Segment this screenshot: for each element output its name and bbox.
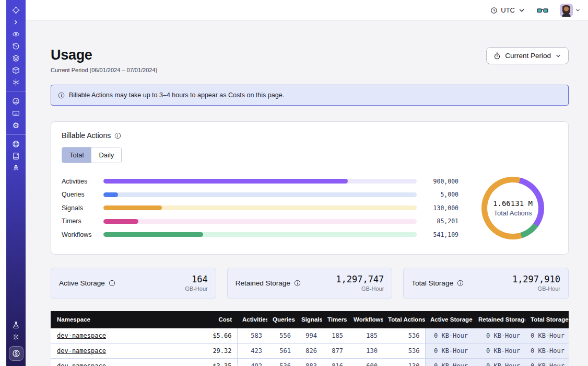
bar-label: Timers: [62, 218, 103, 225]
topbar: UTC: [26, 0, 588, 21]
active-storage-unit: GB-Hour: [185, 285, 207, 292]
temporal-logo-icon[interactable]: [6, 4, 26, 16]
storage-summary-row: Active Storage 164 GB-Hour Retained Stor…: [51, 268, 569, 299]
tab-daily[interactable]: Daily: [91, 147, 121, 163]
sidebar: ⚙: [6, 0, 26, 366]
labs-flask-icon[interactable]: [6, 319, 26, 331]
cell-queries: 556: [267, 328, 296, 344]
info-icon[interactable]: [457, 280, 464, 287]
namespaces-eye-icon[interactable]: [6, 28, 26, 40]
billable-chart: Activities 900,000 Queries 5,000 Signals…: [62, 175, 558, 242]
cube-icon[interactable]: [6, 64, 26, 76]
bar-label: Signals: [62, 204, 103, 212]
docs-book-icon[interactable]: [6, 150, 26, 162]
cell-queries: 536: [267, 359, 296, 366]
account-menu[interactable]: [560, 4, 581, 17]
usage-gauge-icon[interactable]: [6, 95, 26, 107]
cell-total-storage: 0 KB-Hour: [525, 359, 569, 366]
timezone-label: UTC: [501, 6, 515, 14]
cell-activities: 583: [237, 328, 267, 344]
glasses-icon[interactable]: [537, 6, 548, 15]
cell-total-storage: 0 KB-Hour: [525, 328, 569, 344]
retained-storage-value: 1,297,747: [336, 274, 384, 284]
chart-row: Signals 130,000: [62, 201, 458, 215]
col-cost: Cost: [182, 311, 237, 328]
layers-icon[interactable]: [6, 52, 26, 64]
settings-gear-icon[interactable]: ⚙: [6, 119, 26, 131]
bar-signals: [103, 205, 162, 210]
support-lifebuoy-icon[interactable]: [6, 138, 26, 150]
cell-timers: 877: [322, 344, 348, 359]
info-icon[interactable]: [294, 280, 301, 287]
bar-queries: [103, 192, 118, 197]
chart-row: Workflows 541,109: [62, 228, 458, 242]
cell-cost: 29.32: [182, 344, 237, 359]
billing-card-icon[interactable]: [6, 107, 26, 119]
cell-total-actions: 536: [383, 328, 425, 344]
cell-signals: 883: [296, 359, 322, 366]
bar-label: Workflows: [62, 231, 103, 238]
active-storage-value: 164: [185, 274, 207, 284]
cell-queries: 561: [267, 344, 296, 359]
cell-timers: 185: [322, 328, 348, 344]
clock-icon: [490, 7, 498, 14]
cell-total-actions: 130: [383, 359, 425, 366]
retained-storage-label: Retained Storage: [236, 279, 290, 287]
info-icon: [58, 92, 65, 99]
bar-track: [103, 179, 417, 184]
bar-track: [103, 192, 417, 197]
bar-track: [103, 232, 417, 237]
rocket-icon[interactable]: [6, 162, 26, 174]
tab-total[interactable]: Total: [62, 147, 91, 163]
namespace-link[interactable]: dev-namespace: [57, 362, 106, 366]
avatar: [560, 4, 573, 17]
theme-sun-icon[interactable]: [6, 331, 26, 343]
col-workflows: Workflows: [348, 311, 383, 328]
col-queries: Queries: [267, 311, 296, 328]
cell-total-storage: 0 KB-Hour: [525, 344, 569, 359]
cell-cost: $3.35: [182, 359, 237, 366]
cell-cost: $5.66: [182, 328, 237, 344]
bar-chart: Activities 900,000 Queries 5,000 Signals…: [62, 175, 458, 242]
collapse-chevron-icon[interactable]: [6, 16, 26, 28]
cell-signals: 994: [296, 328, 322, 344]
info-icon[interactable]: [114, 132, 121, 139]
page-subtitle: Current Period (06/01/2024 – 07/01/2024): [51, 67, 157, 73]
bar-value: 900,000: [424, 178, 458, 185]
info-icon[interactable]: [109, 280, 115, 287]
cell-workflows: 130: [348, 344, 383, 359]
timezone-selector[interactable]: UTC: [490, 6, 525, 14]
cell-retained-storage: 0 KB-Hour: [473, 359, 525, 366]
asterisk-icon[interactable]: [6, 76, 26, 88]
namespace-link[interactable]: dev-namespace: [57, 347, 106, 354]
bar-activities: [103, 179, 348, 184]
namespace-link[interactable]: dev-namespace: [57, 332, 106, 339]
cell-active-storage: 0 KB-Hour: [425, 359, 473, 366]
cell-total-actions: 536: [383, 344, 425, 359]
chart-row: Timers 85,201: [62, 215, 458, 228]
retained-storage-card: Retained Storage 1,297,747 GB-Hour: [227, 268, 393, 299]
history-clock-icon[interactable]: [6, 40, 26, 52]
table-row: dev-namespace $5.66 583 556 994 185 185 …: [51, 328, 569, 344]
billable-view-tabs: Total Daily: [62, 147, 122, 163]
table-header-row: Namespace Cost Activities Queries Signal…: [51, 311, 569, 328]
total-storage-label: Total Storage: [411, 279, 453, 287]
bar-track: [103, 205, 417, 210]
total-storage-unit: GB-Hour: [512, 285, 560, 292]
bar-label: Activities: [62, 178, 103, 185]
col-retained-storage: Retained Storage: [473, 311, 525, 328]
active-storage-label: Active Storage: [59, 279, 105, 287]
info-banner: Billable Actions may take up to 3–4 hour…: [51, 85, 569, 106]
period-selector-button[interactable]: Current Period: [486, 47, 569, 64]
billable-actions-card: Billable Actions Total Daily Activities …: [51, 121, 569, 255]
pricing-dollar-button[interactable]: [9, 346, 23, 361]
donut-total-label: Total Actions: [494, 209, 532, 217]
main-content: Usage Current Period (06/01/2024 – 07/01…: [26, 21, 588, 366]
chart-row: Activities 900,000: [62, 175, 458, 188]
dollar-coin-icon: [12, 349, 20, 358]
col-timers: Timers: [322, 311, 348, 328]
cell-activities: 423: [237, 344, 267, 359]
cell-retained-storage: 0 KB-Hour: [473, 328, 525, 344]
col-total-storage: Total Storage: [525, 311, 569, 328]
chart-row: Queries 5,000: [62, 188, 458, 202]
